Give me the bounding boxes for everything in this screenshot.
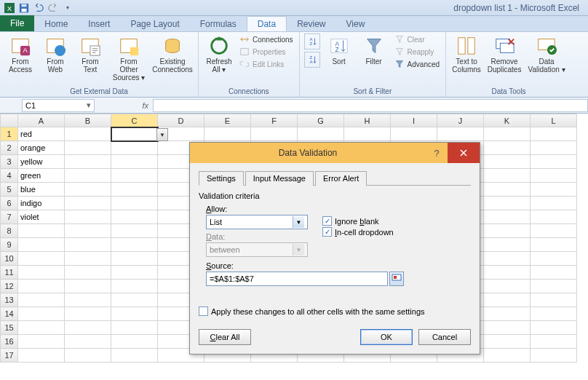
cell[interactable] xyxy=(111,293,158,307)
tab-view[interactable]: View xyxy=(336,17,376,31)
cell[interactable]: blue xyxy=(18,183,65,197)
cell[interactable] xyxy=(531,335,577,349)
cell[interactable] xyxy=(111,155,158,169)
cell[interactable] xyxy=(437,127,484,141)
cell[interactable]: red xyxy=(18,127,65,141)
cell[interactable] xyxy=(111,307,158,321)
cell[interactable] xyxy=(111,210,158,224)
cell[interactable] xyxy=(531,210,577,224)
text-to-columns-button[interactable]: Text toColumns xyxy=(450,33,482,75)
name-box-dropdown-icon[interactable]: ▾ xyxy=(87,100,91,110)
cell[interactable]: orange xyxy=(18,141,65,155)
cell[interactable] xyxy=(65,321,111,335)
tab-review[interactable]: Review xyxy=(287,17,335,31)
cell[interactable] xyxy=(18,335,65,349)
qat-customize-icon[interactable]: ▾ xyxy=(61,1,74,15)
tab-insert[interactable]: Insert xyxy=(78,17,120,31)
cell[interactable] xyxy=(65,252,111,266)
cell[interactable] xyxy=(111,127,158,141)
cell[interactable] xyxy=(531,183,577,197)
dialog-tab-settings[interactable]: Settings xyxy=(199,171,244,186)
fx-label[interactable]: fx xyxy=(95,101,153,110)
cell[interactable] xyxy=(65,169,111,183)
cell[interactable] xyxy=(531,169,577,183)
sort-desc-button[interactable]: ZA xyxy=(304,52,320,68)
cell[interactable] xyxy=(18,266,65,280)
cell[interactable] xyxy=(65,307,111,321)
cell[interactable] xyxy=(18,293,65,307)
source-input[interactable]: =$A$1:$A$7 xyxy=(206,272,388,286)
column-header[interactable]: E xyxy=(204,114,251,127)
cell[interactable] xyxy=(484,169,531,183)
cell[interactable] xyxy=(111,349,158,363)
tab-file[interactable]: File xyxy=(0,15,34,31)
cell[interactable]: yellow xyxy=(18,155,65,169)
ok-button[interactable]: OK xyxy=(360,329,413,345)
cell[interactable] xyxy=(18,224,65,238)
cell[interactable] xyxy=(18,307,65,321)
cell[interactable] xyxy=(531,266,577,280)
cell[interactable] xyxy=(111,335,158,349)
cell[interactable] xyxy=(65,141,111,155)
sort-button[interactable]: AZSort xyxy=(323,33,355,67)
dialog-help-button[interactable]: ? xyxy=(426,143,448,163)
cell[interactable] xyxy=(484,280,531,293)
cell[interactable] xyxy=(298,127,344,141)
column-header[interactable]: H xyxy=(344,114,391,127)
row-header[interactable]: 13 xyxy=(1,293,18,307)
row-header[interactable]: 4 xyxy=(1,169,18,183)
row-header[interactable]: 9 xyxy=(1,238,18,252)
cell[interactable] xyxy=(65,210,111,224)
dialog-tab-input-message[interactable]: Input Message xyxy=(245,171,314,186)
cell[interactable] xyxy=(65,349,111,363)
cell[interactable] xyxy=(65,266,111,280)
range-picker-button[interactable] xyxy=(389,272,404,286)
column-header[interactable]: I xyxy=(391,114,437,127)
cell[interactable]: violet xyxy=(18,210,65,224)
cell[interactable] xyxy=(111,280,158,293)
cell[interactable] xyxy=(484,252,531,266)
cell[interactable] xyxy=(531,155,577,169)
cell[interactable] xyxy=(111,141,158,155)
row-header[interactable]: 6 xyxy=(1,197,18,210)
column-header[interactable]: A xyxy=(18,114,65,127)
cell[interactable] xyxy=(531,321,577,335)
cell[interactable] xyxy=(65,335,111,349)
cell[interactable] xyxy=(484,321,531,335)
cancel-button[interactable]: Cancel xyxy=(418,329,471,345)
cell[interactable] xyxy=(111,252,158,266)
cell-dropdown-icon[interactable]: ▼ xyxy=(156,128,168,141)
cell[interactable] xyxy=(531,307,577,321)
cell[interactable] xyxy=(65,293,111,307)
from-access-button[interactable]: AFromAccess xyxy=(4,33,36,75)
cell[interactable]: green xyxy=(18,169,65,183)
from-text-button[interactable]: FromText xyxy=(74,33,106,75)
cell[interactable] xyxy=(65,183,111,197)
cell[interactable] xyxy=(531,141,577,155)
cell[interactable] xyxy=(204,127,251,141)
in-cell-dropdown-checkbox[interactable]: ✓In-cell dropdown xyxy=(322,227,394,237)
undo-icon[interactable] xyxy=(32,1,45,15)
column-header[interactable]: D xyxy=(158,114,204,127)
cell[interactable] xyxy=(111,321,158,335)
cell[interactable] xyxy=(484,127,531,141)
row-header[interactable]: 2 xyxy=(1,141,18,155)
cell[interactable] xyxy=(484,183,531,197)
cell[interactable] xyxy=(531,238,577,252)
cell[interactable] xyxy=(484,335,531,349)
cell[interactable] xyxy=(18,238,65,252)
cell[interactable] xyxy=(484,155,531,169)
column-header[interactable]: C xyxy=(111,114,158,127)
tab-data[interactable]: Data xyxy=(247,16,287,31)
cell[interactable] xyxy=(531,293,577,307)
cell[interactable] xyxy=(65,127,111,141)
tab-home[interactable]: Home xyxy=(34,17,78,31)
cell[interactable] xyxy=(111,197,158,210)
row-header[interactable]: 10 xyxy=(1,252,18,266)
remove-duplicates-button[interactable]: RemoveDuplicates xyxy=(485,33,523,75)
cell[interactable] xyxy=(18,280,65,293)
column-header[interactable]: J xyxy=(437,114,484,127)
sort-asc-button[interactable]: AZ xyxy=(304,33,320,50)
cell[interactable] xyxy=(531,224,577,238)
tab-formulas[interactable]: Formulas xyxy=(190,17,247,31)
